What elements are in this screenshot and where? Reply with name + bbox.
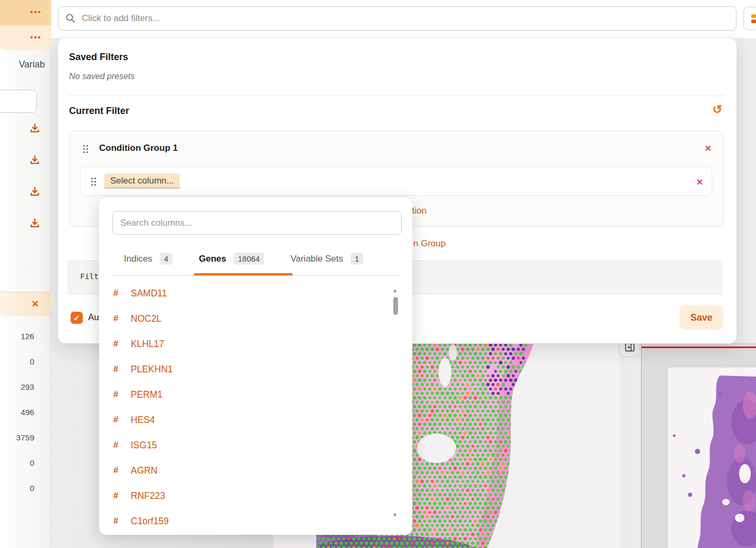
he-viewer-canvas[interactable] xyxy=(641,343,756,548)
check-icon: ✓ xyxy=(73,313,80,322)
sidebar-panel-title: Variab xyxy=(19,59,45,70)
drag-handle-icon[interactable] xyxy=(83,145,88,153)
numeric-type-icon: # xyxy=(113,415,131,425)
numeric-type-icon: # xyxy=(113,339,131,349)
gene-list-item[interactable]: #NOC2L xyxy=(99,306,412,331)
remove-condition-icon[interactable]: ✕ xyxy=(696,177,703,187)
count-value: 496 xyxy=(0,400,51,425)
download-button-4[interactable] xyxy=(23,211,46,235)
count-value: 293 xyxy=(0,374,51,400)
left-sidebar: ••• ••• Variab ✕ 126 0 293 496 3759 0 0 xyxy=(0,0,51,548)
save-button[interactable]: Save xyxy=(680,305,723,330)
divider xyxy=(69,95,725,95)
download-icon xyxy=(29,122,41,134)
picker-tabs: Indices 4 Genes 18064 Variable Sets 1 xyxy=(124,253,363,265)
he-tissue-image xyxy=(642,343,756,548)
gene-list-item[interactable]: #RNF223 xyxy=(99,483,412,508)
scroll-up-icon[interactable]: ▲ xyxy=(392,287,398,293)
count-value: 0 xyxy=(0,349,51,374)
tab-genes[interactable]: Genes 18064 xyxy=(199,253,264,265)
filter-search-input[interactable] xyxy=(58,6,736,31)
gene-name: C1orf159 xyxy=(131,516,169,527)
remove-group-icon[interactable]: ✕ xyxy=(705,143,712,153)
gene-list-item[interactable]: #C1orf159 xyxy=(99,508,412,528)
sidebar-menu-item-2[interactable]: ••• xyxy=(0,25,51,50)
numeric-type-icon: # xyxy=(113,389,131,400)
top-toolbar xyxy=(51,0,756,38)
numeric-type-icon: # xyxy=(113,465,131,476)
sidebar-counts: 126 0 293 496 3759 0 0 xyxy=(0,324,51,501)
add-condition-link[interactable]: ition xyxy=(410,206,427,216)
tab-indices[interactable]: Indices 4 xyxy=(124,253,172,265)
toolbar-side-icon xyxy=(751,14,756,24)
saved-filters-title: Saved Filters xyxy=(69,52,128,63)
numeric-type-icon: # xyxy=(113,491,131,501)
count-value: 0 xyxy=(0,450,51,476)
count-value: 0 xyxy=(0,476,51,501)
condition-group-title: Condition Group 1 xyxy=(99,143,178,153)
toolbar-side-button[interactable] xyxy=(743,7,756,30)
scrollbar-thumb[interactable] xyxy=(393,297,398,315)
count-value: 3759 xyxy=(0,425,51,450)
gene-list-item[interactable]: #KLHL17 xyxy=(99,331,412,357)
more-icon[interactable]: ••• xyxy=(30,7,42,16)
gene-name: KLHL17 xyxy=(131,339,164,350)
download-icon xyxy=(29,186,41,197)
scroll-down-icon[interactable]: ▼ xyxy=(392,512,398,518)
tab-variable-sets[interactable]: Variable Sets 1 xyxy=(290,253,363,265)
no-presets-note: No saved presets xyxy=(69,72,135,81)
drag-handle-icon[interactable] xyxy=(91,178,96,186)
numeric-type-icon: # xyxy=(113,440,131,450)
sidebar-menu-item-1[interactable]: ••• xyxy=(0,0,51,25)
sidebar-input[interactable] xyxy=(0,90,37,113)
search-icon xyxy=(65,13,76,24)
numeric-type-icon: # xyxy=(113,516,131,526)
gene-list: #SAMD11 #NOC2L #KLHL17 #PLEKHN1 #PERM1 #… xyxy=(99,281,412,528)
download-button-1[interactable] xyxy=(23,117,46,140)
tab-count-badge: 1 xyxy=(351,253,363,265)
reset-filter-icon[interactable]: ↺ xyxy=(713,104,722,116)
more-icon[interactable]: ••• xyxy=(30,33,42,42)
divider xyxy=(111,275,400,276)
download-button-3[interactable] xyxy=(23,180,46,203)
current-filter-title: Current Filter xyxy=(69,105,129,117)
condition-row: Select column... ✕ xyxy=(80,167,712,196)
auto-apply-label: Au xyxy=(88,312,99,323)
gene-list-item[interactable]: #HES4 xyxy=(99,407,412,432)
gene-name: ISG15 xyxy=(131,440,157,451)
numeric-type-icon: # xyxy=(113,364,131,374)
gene-name: PERM1 xyxy=(131,389,162,400)
gene-name: RNF223 xyxy=(131,491,165,502)
column-search-input[interactable] xyxy=(112,211,402,235)
count-value: 126 xyxy=(0,324,51,349)
download-button-2[interactable] xyxy=(23,148,46,171)
tab-label: Genes xyxy=(199,254,226,264)
download-icon xyxy=(29,217,41,229)
gene-list-item[interactable]: #SAMD11 xyxy=(99,281,412,306)
open-panel-icon xyxy=(625,343,635,354)
download-icon xyxy=(29,154,41,166)
sidebar-close-row[interactable]: ✕ xyxy=(0,292,51,316)
gene-list-item[interactable]: #PLEKHN1 xyxy=(99,357,412,382)
column-picker-dropdown: Indices 4 Genes 18064 Variable Sets 1 #S… xyxy=(99,198,412,535)
numeric-type-icon: # xyxy=(113,288,131,299)
tab-count-badge: 18064 xyxy=(234,253,264,265)
gene-name: PLEKHN1 xyxy=(131,364,173,375)
gene-name: AGRN xyxy=(131,465,158,476)
red-line xyxy=(642,347,756,348)
gene-name: NOC2L xyxy=(131,313,161,324)
gene-list-item[interactable]: #PERM1 xyxy=(99,382,412,407)
close-icon[interactable]: ✕ xyxy=(32,299,39,310)
gene-name: HES4 xyxy=(131,415,155,426)
gene-name: SAMD11 xyxy=(131,288,167,299)
add-condition-group-link[interactable]: n Group xyxy=(413,238,445,249)
select-column-button[interactable]: Select column... xyxy=(104,174,180,188)
gene-list-item[interactable]: #AGRN xyxy=(99,458,412,483)
gene-list-item[interactable]: #ISG15 xyxy=(99,432,412,458)
numeric-type-icon: # xyxy=(113,313,131,324)
tab-label: Variable Sets xyxy=(290,254,343,264)
auto-apply-checkbox[interactable]: ✓ xyxy=(71,312,83,324)
filter-preview-text: Filt xyxy=(80,272,99,281)
tab-count-badge: 4 xyxy=(160,253,172,265)
tab-label: Indices xyxy=(124,254,152,264)
